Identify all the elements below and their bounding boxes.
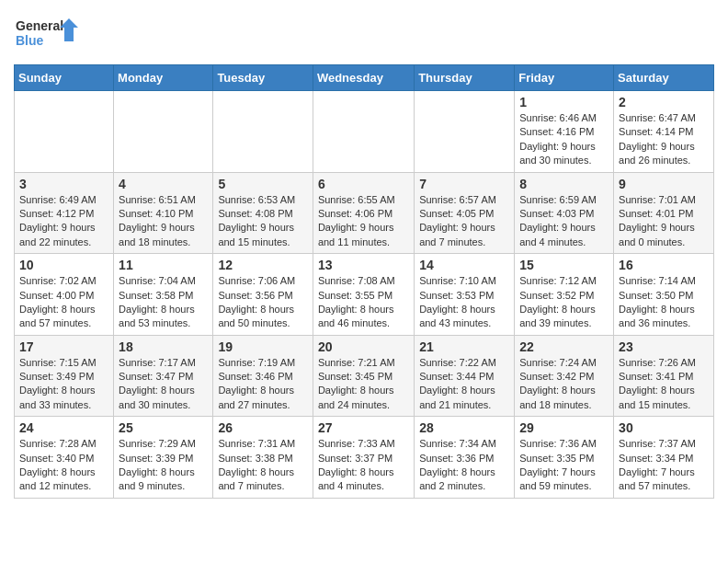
day-number: 11	[119, 258, 208, 272]
day-info: Sunrise: 7:31 AM Sunset: 3:38 PM Dayligh…	[218, 437, 308, 494]
day-number: 21	[419, 339, 509, 354]
calendar-cell: 23Sunrise: 7:26 AM Sunset: 3:41 PM Dayli…	[614, 335, 714, 417]
day-number: 12	[218, 258, 308, 272]
calendar-cell: 11Sunrise: 7:04 AM Sunset: 3:58 PM Dayli…	[114, 254, 213, 336]
calendar-cell: 1Sunrise: 6:46 AM Sunset: 4:16 PM Daylig…	[515, 91, 614, 173]
day-number: 6	[318, 177, 409, 191]
calendar-cell: 7Sunrise: 6:57 AM Sunset: 4:05 PM Daylig…	[415, 172, 515, 254]
calendar-cell: 2Sunrise: 6:47 AM Sunset: 4:14 PM Daylig…	[614, 91, 714, 173]
calendar-cell	[114, 91, 213, 173]
calendar-cell: 19Sunrise: 7:19 AM Sunset: 3:46 PM Dayli…	[213, 335, 313, 417]
logo-svg: General Blue	[14, 14, 78, 55]
day-info: Sunrise: 7:12 AM Sunset: 3:52 PM Dayligh…	[519, 274, 609, 331]
calendar-cell: 3Sunrise: 6:49 AM Sunset: 4:12 PM Daylig…	[15, 172, 114, 254]
calendar-cell	[415, 91, 515, 173]
day-info: Sunrise: 7:22 AM Sunset: 3:44 PM Dayligh…	[419, 356, 509, 413]
day-info: Sunrise: 7:15 AM Sunset: 3:49 PM Dayligh…	[19, 356, 108, 413]
page-header: General Blue	[14, 14, 714, 55]
day-number: 30	[619, 420, 709, 435]
day-number: 25	[119, 420, 208, 435]
day-info: Sunrise: 6:53 AM Sunset: 4:08 PM Dayligh…	[218, 193, 308, 250]
day-number: 20	[318, 339, 409, 354]
calendar-cell: 20Sunrise: 7:21 AM Sunset: 3:45 PM Dayli…	[313, 335, 414, 417]
calendar-cell: 22Sunrise: 7:24 AM Sunset: 3:42 PM Dayli…	[515, 335, 614, 417]
day-info: Sunrise: 7:01 AM Sunset: 4:01 PM Dayligh…	[619, 193, 709, 250]
calendar-cell: 9Sunrise: 7:01 AM Sunset: 4:01 PM Daylig…	[614, 172, 714, 254]
day-info: Sunrise: 6:47 AM Sunset: 4:14 PM Dayligh…	[619, 111, 709, 168]
calendar-cell: 30Sunrise: 7:37 AM Sunset: 3:34 PM Dayli…	[614, 417, 714, 499]
day-info: Sunrise: 6:55 AM Sunset: 4:06 PM Dayligh…	[318, 193, 409, 250]
calendar-cell: 29Sunrise: 7:36 AM Sunset: 3:35 PM Dayli…	[515, 417, 614, 499]
day-info: Sunrise: 7:14 AM Sunset: 3:50 PM Dayligh…	[619, 274, 709, 331]
day-info: Sunrise: 6:49 AM Sunset: 4:12 PM Dayligh…	[19, 193, 108, 250]
day-info: Sunrise: 6:59 AM Sunset: 4:03 PM Dayligh…	[519, 193, 609, 250]
day-number: 13	[318, 258, 409, 272]
calendar-cell: 16Sunrise: 7:14 AM Sunset: 3:50 PM Dayli…	[614, 254, 714, 336]
day-info: Sunrise: 7:17 AM Sunset: 3:47 PM Dayligh…	[119, 356, 208, 413]
day-number: 26	[218, 420, 308, 435]
day-info: Sunrise: 7:02 AM Sunset: 4:00 PM Dayligh…	[19, 274, 108, 331]
calendar-cell: 5Sunrise: 6:53 AM Sunset: 4:08 PM Daylig…	[213, 172, 313, 254]
day-info: Sunrise: 7:34 AM Sunset: 3:36 PM Dayligh…	[419, 437, 509, 494]
day-number: 9	[619, 177, 709, 191]
day-number: 24	[19, 420, 108, 435]
day-info: Sunrise: 7:10 AM Sunset: 3:53 PM Dayligh…	[419, 274, 509, 331]
calendar-cell: 17Sunrise: 7:15 AM Sunset: 3:49 PM Dayli…	[15, 335, 114, 417]
day-number: 28	[419, 420, 509, 435]
day-info: Sunrise: 7:36 AM Sunset: 3:35 PM Dayligh…	[519, 437, 609, 494]
calendar-body: 1Sunrise: 6:46 AM Sunset: 4:16 PM Daylig…	[15, 91, 714, 499]
day-number: 4	[119, 177, 208, 191]
calendar-week-row: 17Sunrise: 7:15 AM Sunset: 3:49 PM Dayli…	[15, 335, 714, 417]
calendar-cell: 10Sunrise: 7:02 AM Sunset: 4:00 PM Dayli…	[15, 254, 114, 336]
day-number: 27	[318, 420, 409, 435]
day-info: Sunrise: 6:57 AM Sunset: 4:05 PM Dayligh…	[419, 193, 509, 250]
day-number: 2	[619, 95, 709, 109]
day-info: Sunrise: 7:26 AM Sunset: 3:41 PM Dayligh…	[619, 356, 709, 413]
calendar-week-row: 24Sunrise: 7:28 AM Sunset: 3:40 PM Dayli…	[15, 417, 714, 499]
calendar-cell: 12Sunrise: 7:06 AM Sunset: 3:56 PM Dayli…	[213, 254, 313, 336]
day-info: Sunrise: 7:19 AM Sunset: 3:46 PM Dayligh…	[218, 356, 308, 413]
day-number: 10	[19, 258, 108, 272]
day-info: Sunrise: 7:28 AM Sunset: 3:40 PM Dayligh…	[19, 437, 108, 494]
day-number: 29	[519, 420, 609, 435]
day-number: 3	[19, 177, 108, 191]
weekday-header-cell: Wednesday	[313, 65, 414, 91]
day-number: 16	[619, 258, 709, 272]
calendar-cell: 24Sunrise: 7:28 AM Sunset: 3:40 PM Dayli…	[15, 417, 114, 499]
day-number: 23	[619, 339, 709, 354]
day-info: Sunrise: 6:51 AM Sunset: 4:10 PM Dayligh…	[119, 193, 208, 250]
day-number: 18	[119, 339, 208, 354]
calendar-week-row: 3Sunrise: 6:49 AM Sunset: 4:12 PM Daylig…	[15, 172, 714, 254]
day-info: Sunrise: 7:37 AM Sunset: 3:34 PM Dayligh…	[619, 437, 709, 494]
weekday-header-cell: Thursday	[415, 65, 515, 91]
logo: General Blue	[14, 14, 78, 55]
day-info: Sunrise: 7:06 AM Sunset: 3:56 PM Dayligh…	[218, 274, 308, 331]
weekday-header-cell: Friday	[515, 65, 614, 91]
calendar-cell: 4Sunrise: 6:51 AM Sunset: 4:10 PM Daylig…	[114, 172, 213, 254]
calendar-week-row: 10Sunrise: 7:02 AM Sunset: 4:00 PM Dayli…	[15, 254, 714, 336]
calendar-cell	[213, 91, 313, 173]
day-info: Sunrise: 7:24 AM Sunset: 3:42 PM Dayligh…	[519, 356, 609, 413]
calendar-cell: 14Sunrise: 7:10 AM Sunset: 3:53 PM Dayli…	[415, 254, 515, 336]
weekday-header-cell: Saturday	[614, 65, 714, 91]
day-info: Sunrise: 6:46 AM Sunset: 4:16 PM Dayligh…	[519, 111, 609, 168]
calendar-cell: 27Sunrise: 7:33 AM Sunset: 3:37 PM Dayli…	[313, 417, 414, 499]
day-info: Sunrise: 7:21 AM Sunset: 3:45 PM Dayligh…	[318, 356, 409, 413]
calendar-cell: 13Sunrise: 7:08 AM Sunset: 3:55 PM Dayli…	[313, 254, 414, 336]
day-number: 22	[519, 339, 609, 354]
calendar-cell: 15Sunrise: 7:12 AM Sunset: 3:52 PM Dayli…	[515, 254, 614, 336]
calendar-cell	[313, 91, 414, 173]
day-number: 15	[519, 258, 609, 272]
weekday-header-cell: Tuesday	[213, 65, 313, 91]
calendar-table: SundayMondayTuesdayWednesdayThursdayFrid…	[14, 64, 714, 499]
calendar-cell: 26Sunrise: 7:31 AM Sunset: 3:38 PM Dayli…	[213, 417, 313, 499]
day-number: 1	[519, 95, 609, 109]
weekday-header-cell: Sunday	[15, 65, 114, 91]
calendar-cell: 6Sunrise: 6:55 AM Sunset: 4:06 PM Daylig…	[313, 172, 414, 254]
calendar-cell: 21Sunrise: 7:22 AM Sunset: 3:44 PM Dayli…	[415, 335, 515, 417]
calendar-cell	[15, 91, 114, 173]
day-info: Sunrise: 7:04 AM Sunset: 3:58 PM Dayligh…	[119, 274, 208, 331]
day-info: Sunrise: 7:08 AM Sunset: 3:55 PM Dayligh…	[318, 274, 409, 331]
calendar-cell: 8Sunrise: 6:59 AM Sunset: 4:03 PM Daylig…	[515, 172, 614, 254]
day-info: Sunrise: 7:29 AM Sunset: 3:39 PM Dayligh…	[119, 437, 208, 494]
